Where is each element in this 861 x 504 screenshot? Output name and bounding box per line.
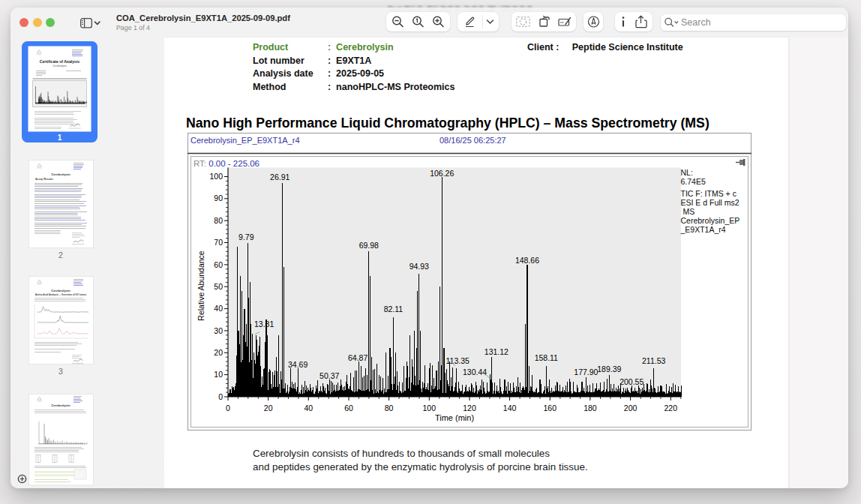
- svg-text:2: 2: [58, 250, 63, 260]
- svg-text:40: 40: [304, 404, 313, 412]
- svg-text:20: 20: [263, 404, 272, 412]
- svg-text:50.37: 50.37: [320, 370, 339, 380]
- svg-text:90: 90: [214, 194, 223, 202]
- svg-text:106.26: 106.26: [430, 168, 454, 177]
- svg-text:140: 140: [502, 404, 516, 412]
- svg-text:Cerebrolysin: Cerebrolysin: [52, 64, 67, 68]
- svg-text:MS: MS: [680, 207, 694, 216]
- svg-text:RT: 0.00 - 225.06: RT: 0.00 - 225.06: [194, 158, 260, 167]
- svg-text:60: 60: [214, 260, 223, 268]
- svg-text:200: 200: [623, 404, 637, 412]
- svg-text:94.93: 94.93: [409, 261, 428, 270]
- svg-text:30: 30: [214, 326, 223, 334]
- svg-text:34.69: 34.69: [287, 359, 307, 368]
- svg-text:200.55: 200.55: [620, 377, 644, 386]
- svg-text:148.66: 148.66: [514, 255, 538, 264]
- svg-text:80: 80: [384, 404, 393, 412]
- svg-text:100: 100: [422, 404, 436, 412]
- svg-text:Assay Results: Assay Results: [35, 178, 53, 181]
- svg-text:10: 10: [214, 370, 223, 379]
- svg-text:70: 70: [214, 238, 223, 247]
- svg-text:80: 80: [214, 215, 223, 224]
- svg-text:1: 1: [57, 134, 62, 142]
- svg-text:177.90: 177.90: [574, 367, 598, 376]
- svg-text:50: 50: [214, 281, 223, 290]
- svg-text:Amino Acid Analysis – Overview: Amino Acid Analysis – Overview of UV tra…: [35, 293, 87, 296]
- svg-text:131.12: 131.12: [484, 347, 508, 356]
- svg-text:Cerebrolysin: Cerebrolysin: [51, 172, 70, 176]
- svg-text:113.35: 113.35: [446, 356, 469, 364]
- svg-text:6.74E5: 6.74E5: [680, 177, 705, 186]
- svg-text:82.11: 82.11: [383, 304, 403, 314]
- svg-text:_E9XT1A_r4: _E9XT1A_r4: [680, 225, 725, 234]
- svg-text:ESI E d Full ms2: ESI E d Full ms2: [680, 198, 739, 207]
- svg-text:100: 100: [209, 172, 223, 181]
- svg-text:158.11: 158.11: [534, 352, 557, 362]
- svg-text:08/16/25 06:25:27: 08/16/25 06:25:27: [440, 135, 506, 144]
- svg-text:3: 3: [58, 367, 63, 376]
- svg-text:NL:: NL:: [680, 168, 692, 177]
- svg-text:Time (min): Time (min): [434, 412, 473, 422]
- svg-text:60: 60: [344, 404, 353, 412]
- svg-text:9.79: 9.79: [238, 232, 254, 241]
- svg-text:Cerebrolysin: Cerebrolysin: [51, 289, 70, 292]
- svg-text:TIC F: ITMS + c: TIC F: ITMS + c: [680, 189, 736, 198]
- svg-text:20: 20: [214, 347, 223, 356]
- svg-text:Cerebrolysin_EP_E9XT1A_r4: Cerebrolysin_EP_E9XT1A_r4: [190, 135, 300, 144]
- svg-text:Cerebrolysin: Cerebrolysin: [51, 404, 70, 407]
- svg-text:64.87: 64.87: [347, 353, 367, 362]
- svg-text:189.39: 189.39: [597, 364, 621, 374]
- svg-text:120: 120: [463, 404, 476, 412]
- svg-text:130.44: 130.44: [463, 367, 487, 376]
- svg-text:26.91: 26.91: [270, 172, 290, 182]
- svg-text:220: 220: [664, 404, 677, 412]
- svg-text:211.53: 211.53: [642, 356, 665, 364]
- svg-text:13.81: 13.81: [254, 319, 273, 328]
- svg-text:0: 0: [218, 392, 223, 400]
- svg-text:69.98: 69.98: [358, 240, 378, 249]
- svg-text:180: 180: [584, 404, 597, 412]
- svg-text:0: 0: [226, 404, 230, 412]
- svg-text:160: 160: [543, 404, 556, 412]
- svg-text:Cerebrolysin_EP: Cerebrolysin_EP: [680, 216, 740, 225]
- svg-text:Relative Abundance: Relative Abundance: [196, 250, 206, 321]
- svg-text:40: 40: [214, 304, 223, 313]
- svg-text:Certificate of Analysis: Certificate of Analysis: [39, 59, 79, 64]
